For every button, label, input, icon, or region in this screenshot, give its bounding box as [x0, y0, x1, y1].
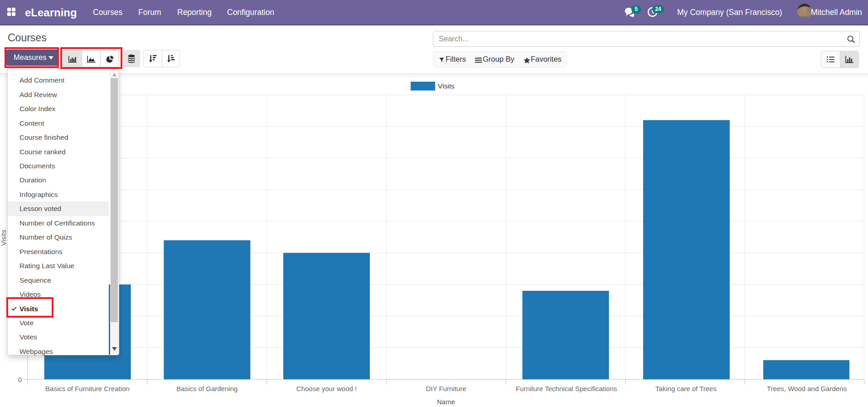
- svg-text:Choose your wood !: Choose your wood !: [296, 385, 357, 392]
- svg-text:Visits: Visits: [438, 82, 455, 90]
- svg-text:Basics of Gardening: Basics of Gardening: [176, 385, 238, 392]
- svg-text:Trees, Wood and Gardens: Trees, Wood and Gardens: [767, 385, 847, 392]
- svg-text:Furniture Technical Specificat: Furniture Technical Specifications: [516, 385, 617, 392]
- svg-text:Taking care of Trees: Taking care of Trees: [655, 385, 717, 392]
- svg-text:Basics of Furniture Creation: Basics of Furniture Creation: [45, 385, 130, 392]
- svg-text:Visits: Visits: [0, 230, 7, 246]
- svg-text:DIY Furniture: DIY Furniture: [426, 385, 466, 392]
- svg-text:Name: Name: [437, 398, 455, 406]
- svg-text:0: 0: [18, 376, 22, 383]
